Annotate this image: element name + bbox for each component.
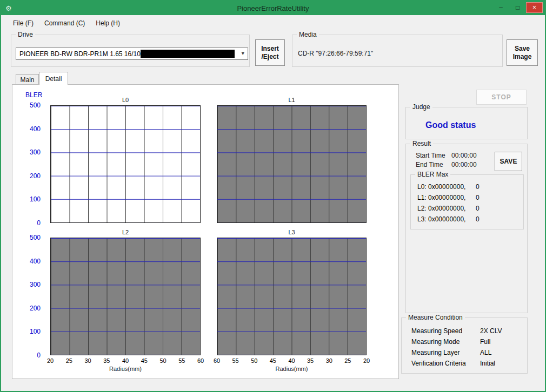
menu-help[interactable]: Help (H) bbox=[90, 17, 125, 29]
x-tick: 35 bbox=[305, 357, 315, 364]
chart-l3-x-ticks: 605550454035302520 bbox=[212, 357, 371, 364]
y-axis-ticks-top: 5004003002001000 bbox=[17, 102, 41, 226]
chevron-down-icon[interactable]: ▾ bbox=[241, 50, 244, 57]
x-tick: 60 bbox=[212, 357, 222, 364]
bler-max-group-label: BLER Max bbox=[415, 171, 450, 178]
save-image-button[interactable]: Save Image bbox=[507, 39, 538, 66]
save-button[interactable]: SAVE bbox=[495, 152, 522, 171]
bler-max-rows: L0: 0x00000000, 0 L1: 0x00000000, 0 L2: … bbox=[411, 181, 523, 225]
close-button[interactable]: × bbox=[526, 2, 543, 13]
x-tick: 25 bbox=[343, 357, 352, 364]
x-tick: 30 bbox=[83, 357, 93, 364]
menu-bar: File (F) Command (C) Help (H) bbox=[1, 15, 545, 31]
end-time-label: End Time bbox=[416, 161, 443, 168]
chart-l3-plot bbox=[217, 238, 367, 355]
window-controls: – □ × bbox=[492, 2, 543, 13]
measure-condition-row: Measuring Speed 2X CLV bbox=[402, 326, 527, 336]
bler-max-row-value: 0 bbox=[476, 215, 480, 223]
y-axis-ticks-bottom: 5004003002001000 bbox=[17, 234, 41, 359]
maximize-button[interactable]: □ bbox=[509, 2, 526, 13]
title-bar: ⚙ PioneerErrorRateUtility – □ × bbox=[1, 1, 545, 15]
measure-condition-row-label: Measuring Layer bbox=[411, 349, 480, 356]
y-tick: 500 bbox=[17, 234, 41, 241]
drive-groupbox: Drive PIONEER BD-RW BDR-PR1M 1.65 16/10/… bbox=[11, 35, 250, 67]
y-tick: 400 bbox=[17, 258, 41, 265]
measure-condition-row-value: 2X CLV bbox=[480, 327, 502, 335]
chart-l2-title: L2 bbox=[50, 229, 201, 235]
y-tick: 300 bbox=[17, 281, 41, 288]
bler-axis-label: BLER bbox=[25, 91, 42, 99]
measure-condition-row: Verification Criteria Initial bbox=[402, 358, 527, 369]
media-group-label: Media bbox=[297, 31, 319, 38]
x-tick: 50 bbox=[249, 357, 259, 364]
y-tick: 200 bbox=[17, 173, 41, 179]
drive-selected-value: PIONEER BD-RW BDR-PR1M 1.65 16/10/05 bbox=[19, 50, 150, 58]
bler-max-row-value: 0 bbox=[476, 194, 480, 201]
tab-main[interactable]: Main bbox=[16, 74, 39, 85]
end-time-value: 00:00:00 bbox=[451, 161, 477, 168]
x-tick: 60 bbox=[196, 357, 205, 364]
measure-condition-row-value: Full bbox=[480, 338, 490, 346]
bler-max-groupbox: BLER Max L0: 0x00000000, 0 L1: 0x0000000… bbox=[410, 174, 524, 229]
window-title: PioneerErrorRateUtility bbox=[1, 4, 545, 12]
y-tick: 0 bbox=[17, 220, 41, 226]
bler-max-row: L1: 0x00000000, 0 bbox=[411, 192, 523, 203]
insert-eject-button[interactable]: Insert /Eject bbox=[255, 39, 285, 66]
measure-condition-row: Measuring Mode Full bbox=[402, 336, 527, 347]
x-tick: 35 bbox=[102, 357, 111, 364]
menu-file[interactable]: File (F) bbox=[8, 17, 39, 29]
measure-condition-rows: Measuring Speed 2X CLV Measuring Mode Fu… bbox=[402, 326, 527, 369]
bler-max-row-label: L3: 0x00000000, bbox=[417, 215, 470, 223]
measure-condition-row-label: Measuring Speed bbox=[411, 327, 480, 335]
result-groupbox: Result Start Time 00:00:00 End Time 00:0… bbox=[405, 144, 528, 313]
y-tick: 100 bbox=[17, 328, 41, 335]
x-tick: 20 bbox=[362, 357, 371, 364]
start-time-value: 00:00:00 bbox=[451, 152, 477, 159]
media-value: CD-R "97:26:66-79:59:71" bbox=[298, 50, 373, 57]
drive-group-label: Drive bbox=[16, 31, 35, 38]
x-tick: 40 bbox=[121, 357, 130, 364]
menu-command[interactable]: Command (C) bbox=[39, 17, 90, 29]
y-tick: 400 bbox=[17, 126, 41, 132]
bler-max-row-label: L0: 0x00000000, bbox=[417, 183, 470, 191]
judge-groupbox: Judge Good status bbox=[405, 107, 528, 139]
bler-max-row: L0: 0x00000000, 0 bbox=[411, 181, 523, 192]
y-tick: 100 bbox=[17, 196, 41, 202]
measure-condition-row-value: ALL bbox=[480, 349, 491, 356]
bler-max-row: L3: 0x00000000, 0 bbox=[411, 214, 523, 225]
drive-select[interactable]: PIONEER BD-RW BDR-PR1M 1.65 16/10/05 ▾ bbox=[16, 48, 248, 60]
x-tick: 50 bbox=[158, 357, 168, 364]
measure-condition-row-label: Measuring Mode bbox=[411, 338, 480, 346]
minimize-button[interactable]: – bbox=[492, 2, 509, 13]
measure-condition-row-value: Initial bbox=[480, 360, 495, 367]
start-time-label: Start Time bbox=[416, 152, 445, 159]
redacted-serial bbox=[141, 50, 235, 58]
bler-max-row-value: 0 bbox=[476, 205, 480, 212]
chart-l2-plot bbox=[50, 238, 201, 355]
y-tick: 300 bbox=[17, 149, 41, 156]
chart-l2-x-axis-label: Radius(mm) bbox=[50, 366, 201, 372]
result-group-label: Result bbox=[410, 140, 433, 147]
x-tick: 45 bbox=[268, 357, 278, 364]
chart-l2-x-ticks: 202530354045505560 bbox=[45, 357, 205, 364]
tab-detail[interactable]: Detail bbox=[39, 72, 68, 85]
x-tick: 20 bbox=[45, 357, 55, 364]
media-groupbox: Media CD-R "97:26:66-79:59:71" bbox=[292, 35, 503, 67]
y-tick: 200 bbox=[17, 305, 41, 312]
measure-condition-group-label: Measure Condition bbox=[406, 314, 465, 321]
chart-l0-plot bbox=[50, 105, 201, 223]
x-tick: 30 bbox=[324, 357, 334, 364]
stop-button[interactable]: STOP bbox=[476, 90, 527, 105]
bler-max-row-label: L2: 0x00000000, bbox=[417, 205, 470, 212]
x-tick: 45 bbox=[139, 357, 149, 364]
app-window: ⚙ PioneerErrorRateUtility – □ × File (F)… bbox=[0, 0, 546, 392]
measure-condition-groupbox: Measure Condition Measuring Speed 2X CLV… bbox=[401, 317, 528, 374]
chart-l0-title: L0 bbox=[50, 97, 201, 103]
chart-l1-title: L1 bbox=[217, 97, 367, 103]
x-tick: 55 bbox=[231, 357, 241, 364]
chart-l1-plot bbox=[217, 105, 367, 223]
chart-l3-x-axis-label: Radius(mm) bbox=[217, 366, 367, 372]
x-tick: 40 bbox=[287, 357, 297, 364]
x-tick: 25 bbox=[64, 357, 74, 364]
measure-condition-row: Measuring Layer ALL bbox=[402, 347, 527, 358]
